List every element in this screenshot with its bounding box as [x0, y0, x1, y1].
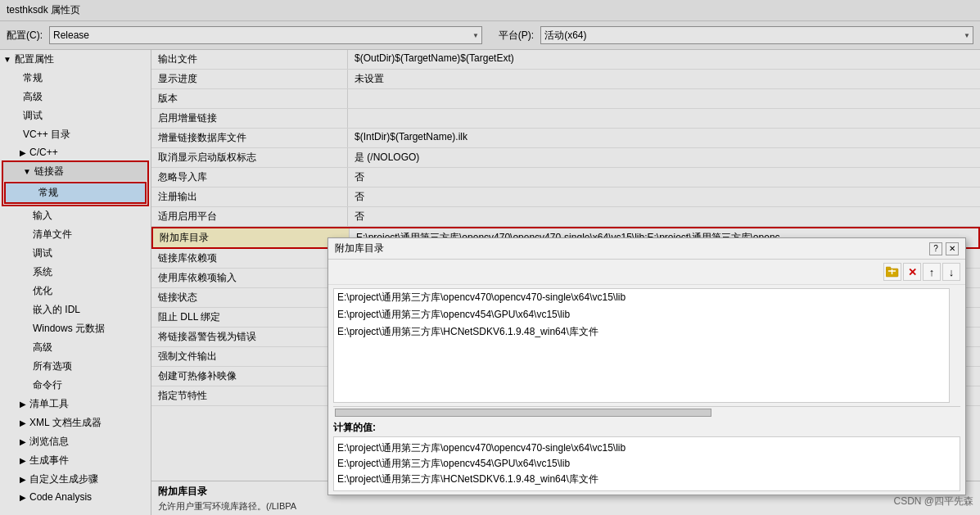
modal-scrollbar[interactable]: [949, 288, 960, 403]
modal-listbox-container: E:\project\通用第三方库\opencv470\opencv470-si…: [333, 288, 960, 403]
modal-down-button[interactable]: ↓: [942, 263, 960, 281]
modal-calc-item-2: E:\project\通用第三方库\opencv454\GPU\x64\vc15…: [337, 456, 956, 472]
modal-delete-button[interactable]: ✕: [903, 263, 921, 281]
modal-list-item-2[interactable]: E:\project\通用第三方库\opencv454\GPU\x64\vc15…: [334, 306, 948, 323]
modal-list-item-3[interactable]: E:\project\通用第三方库\HCNetSDKV6.1.9.48_win6…: [334, 323, 948, 341]
modal-title: 附加库目录: [335, 242, 384, 255]
modal-overlay: 附加库目录 ? ✕ ✕ ↑ ↓ E:\p: [0, 0, 980, 515]
svg-rect-1: [886, 267, 891, 269]
modal-calc-item-1: E:\project\通用第三方库\opencv470\opencv470-si…: [337, 440, 956, 456]
modal-up-button[interactable]: ↑: [923, 263, 941, 281]
folder-icon: [886, 266, 899, 278]
modal-titlebar: 附加库目录 ? ✕: [328, 238, 965, 260]
modal-hscrollbar[interactable]: [333, 406, 960, 418]
modal-controls: ? ✕: [929, 242, 959, 255]
modal-list-item-1[interactable]: E:\project\通用第三方库\opencv470\opencv470-si…: [334, 289, 948, 306]
modal-calc-box: E:\project\通用第三方库\opencv470\opencv470-si…: [333, 436, 960, 491]
modal-close-button[interactable]: ✕: [946, 242, 959, 255]
modal-calc-section: 计算的值: E:\project\通用第三方库\opencv470\opencv…: [328, 418, 965, 495]
modal-toolbar: ✕ ↑ ↓: [328, 260, 965, 285]
modal-dialog: 附加库目录 ? ✕ ✕ ↑ ↓ E:\p: [327, 237, 966, 495]
watermark: CSDN @四平先森: [893, 495, 973, 508]
modal-add-button[interactable]: [883, 263, 901, 281]
modal-help-button[interactable]: ?: [929, 242, 942, 255]
modal-calc-label: 计算的值:: [333, 421, 960, 435]
modal-listbox[interactable]: E:\project\通用第三方库\opencv470\opencv470-si…: [333, 288, 960, 403]
modal-calc-item-3: E:\project\通用第三方库\HCNetSDKV6.1.9.48_win6…: [337, 472, 956, 487]
modal-hscroll-thumb[interactable]: [335, 409, 711, 417]
